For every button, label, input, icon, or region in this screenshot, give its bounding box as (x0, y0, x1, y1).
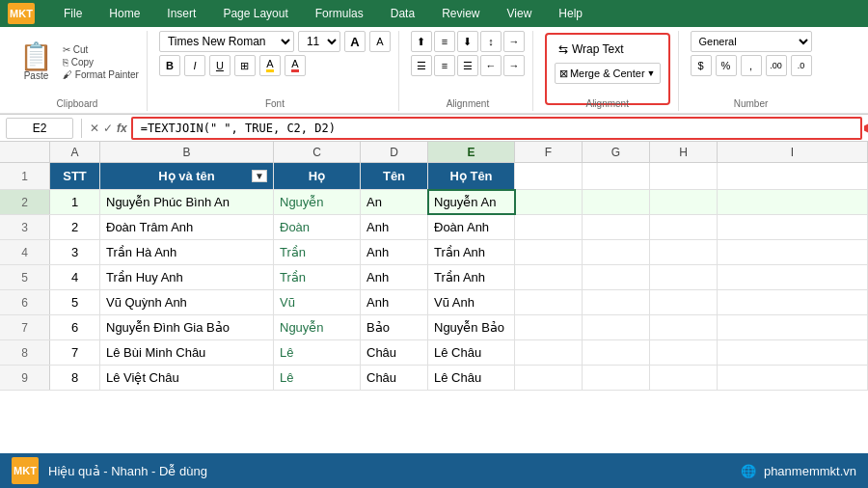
number-format-select[interactable]: General (691, 31, 812, 52)
cell-i7[interactable] (718, 315, 868, 339)
cell-h1[interactable] (650, 163, 718, 189)
cell-b7[interactable]: Nguyễn Đình Gia Bảo (100, 315, 274, 339)
cell-g9[interactable] (583, 366, 650, 390)
cell-f8[interactable] (515, 340, 583, 365)
cell-f7[interactable] (515, 315, 583, 339)
menu-page-layout[interactable]: Page Layout (217, 5, 293, 22)
col-header-c[interactable]: C (274, 142, 361, 162)
cell-i3[interactable] (718, 215, 868, 239)
col-header-e[interactable]: E (428, 142, 515, 162)
cell-i6[interactable] (718, 290, 868, 314)
cell-b4[interactable]: Trần Hà Anh (100, 240, 274, 264)
merge-dropdown-icon[interactable]: ▼ (647, 68, 656, 78)
cell-b1[interactable]: Họ và tên ▼ (100, 163, 274, 189)
format-painter-button[interactable]: 🖌 Format Painter (63, 69, 139, 80)
cell-b2[interactable]: Nguyễn Phúc Bình An (100, 190, 274, 214)
bottom-align-button[interactable]: ⬇ (457, 31, 478, 52)
cell-i2[interactable] (718, 190, 868, 214)
cell-h5[interactable] (650, 265, 718, 289)
cell-i9[interactable] (718, 366, 868, 390)
cell-h6[interactable] (650, 290, 718, 314)
cell-d2[interactable]: An (361, 190, 428, 214)
cell-a7[interactable]: 6 (50, 315, 100, 339)
col-header-f[interactable]: F (515, 142, 583, 162)
decrease-decimal-button[interactable]: .0 (791, 55, 812, 76)
cell-e6[interactable]: Vũ Anh (428, 290, 515, 314)
menu-insert[interactable]: Insert (161, 5, 202, 22)
cell-c8[interactable]: Lê (274, 340, 361, 365)
cut-button[interactable]: ✂ Cut (63, 44, 139, 55)
cell-i5[interactable] (718, 265, 868, 289)
menu-view[interactable]: View (502, 5, 538, 22)
col-header-g[interactable]: G (583, 142, 650, 162)
cell-c4[interactable]: Trần (274, 240, 361, 264)
cell-c3[interactable]: Đoàn (274, 215, 361, 239)
indent-increase2-button[interactable]: → (503, 55, 525, 76)
col-header-i[interactable]: I (718, 142, 868, 162)
col-header-h[interactable]: H (650, 142, 718, 162)
cell-b3[interactable]: Đoàn Trâm Anh (100, 215, 274, 239)
font-shrink-button[interactable]: A (369, 31, 391, 52)
cell-h2[interactable] (650, 190, 718, 214)
cell-c5[interactable]: Trần (274, 265, 361, 289)
cell-f4[interactable] (515, 240, 583, 264)
text-direction-button[interactable]: ↕ (480, 31, 502, 52)
cell-g7[interactable] (583, 315, 650, 339)
italic-button[interactable]: I (184, 55, 205, 76)
cell-a2[interactable]: 1 (50, 190, 100, 214)
menu-help[interactable]: Help (553, 5, 588, 22)
cell-c7[interactable]: Nguyễn (274, 315, 361, 339)
insert-function-icon[interactable]: fx (117, 122, 127, 135)
cell-g5[interactable] (583, 265, 650, 289)
borders-button[interactable]: ⊞ (234, 55, 256, 76)
cell-d4[interactable]: Anh (361, 240, 428, 264)
fill-color-button[interactable]: A (259, 55, 281, 76)
font-name-select[interactable]: Times New Roman (159, 31, 294, 52)
col-header-d[interactable]: D (361, 142, 428, 162)
cell-g4[interactable] (583, 240, 650, 264)
cell-h7[interactable] (650, 315, 718, 339)
cell-a3[interactable]: 2 (50, 215, 100, 239)
cell-h8[interactable] (650, 340, 718, 365)
right-align-button[interactable]: ☰ (457, 55, 478, 76)
col-header-b[interactable]: B (100, 142, 274, 162)
menu-file[interactable]: File (58, 5, 88, 22)
cell-b9[interactable]: Lê Việt Châu (100, 366, 274, 390)
cell-i8[interactable] (718, 340, 868, 365)
cell-a5[interactable]: 4 (50, 265, 100, 289)
cell-h9[interactable] (650, 366, 718, 390)
cell-a9[interactable]: 8 (50, 366, 100, 390)
cell-d3[interactable]: Anh (361, 215, 428, 239)
cell-g6[interactable] (583, 290, 650, 314)
left-align-button[interactable]: ☰ (411, 55, 432, 76)
cell-e7[interactable]: Nguyễn Bảo (428, 315, 515, 339)
cell-e9[interactable]: Lê Châu (428, 366, 515, 390)
currency-button[interactable]: $ (691, 55, 712, 76)
paste-button[interactable]: 📋 Paste (15, 41, 57, 83)
indent-increase-button[interactable]: → (503, 31, 525, 52)
cell-a1[interactable]: STT (50, 163, 100, 189)
copy-button[interactable]: ⎘ Copy (63, 57, 139, 68)
cell-f9[interactable] (515, 366, 583, 390)
cell-b8[interactable]: Lê Bùi Minh Châu (100, 340, 274, 365)
cell-f5[interactable] (515, 265, 583, 289)
cell-d5[interactable]: Anh (361, 265, 428, 289)
center-align-button[interactable]: ≡ (434, 55, 455, 76)
underline-button[interactable]: U (209, 55, 231, 76)
percent-button[interactable]: % (716, 55, 737, 76)
cell-g2[interactable] (583, 190, 650, 214)
cell-a6[interactable]: 5 (50, 290, 100, 314)
cell-f2[interactable] (515, 190, 583, 214)
bold-button[interactable]: B (159, 55, 180, 76)
comma-button[interactable]: , (741, 55, 762, 76)
cell-i1[interactable] (718, 163, 868, 189)
cell-f3[interactable] (515, 215, 583, 239)
cell-e5[interactable]: Trần Anh (428, 265, 515, 289)
cell-f6[interactable] (515, 290, 583, 314)
cell-a4[interactable]: 3 (50, 240, 100, 264)
font-grow-button[interactable]: A (344, 31, 366, 52)
cell-f1[interactable] (515, 163, 583, 189)
font-color-button[interactable]: A (285, 55, 306, 76)
top-align-button[interactable]: ⬆ (411, 31, 432, 52)
filter-icon[interactable]: ▼ (252, 170, 267, 182)
